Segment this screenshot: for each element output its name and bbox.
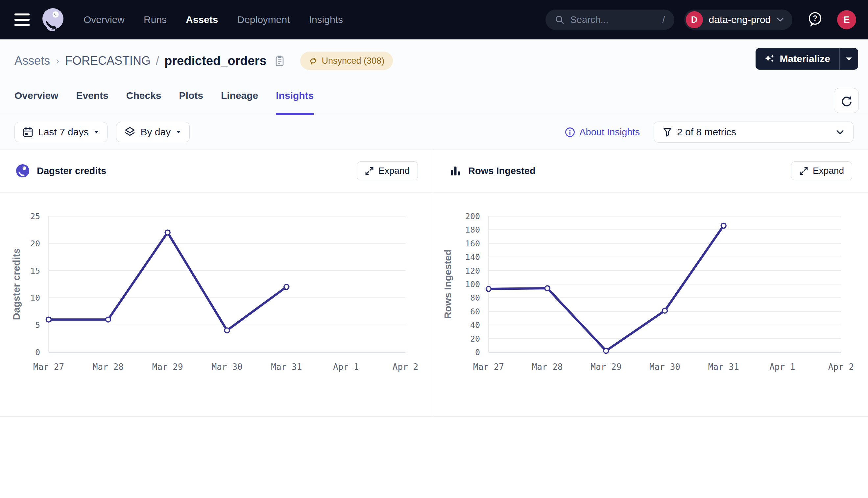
dagster-credits-chart[interactable]: 0510152025Mar 27Mar 28Mar 29Mar 30Mar 31… (0, 193, 434, 416)
svg-text:25: 25 (30, 212, 40, 221)
search-placeholder: Search... (571, 14, 609, 25)
rows-ingested-panel: Rows Ingested Expand 0204060801001201401… (434, 149, 868, 416)
svg-text:Mar 31: Mar 31 (708, 362, 739, 372)
nav-item-deployment[interactable]: Deployment (237, 14, 290, 25)
tab-checks[interactable]: Checks (126, 90, 162, 115)
granularity-value: By day (140, 127, 171, 137)
funnel-icon (663, 128, 672, 137)
svg-text:80: 80 (470, 293, 480, 303)
tab-insights[interactable]: Insights (276, 90, 314, 115)
deployment-avatar: D (686, 11, 703, 28)
svg-text:100: 100 (465, 279, 480, 289)
svg-text:5: 5 (35, 320, 40, 330)
tab-overview[interactable]: Overview (14, 90, 58, 115)
time-range-dropdown[interactable]: Last 7 days (14, 122, 107, 142)
svg-text:Mar 29: Mar 29 (590, 362, 622, 372)
asset-tabs: Overview Events Checks Plots Lineage Ins… (0, 82, 868, 115)
expand-button[interactable]: Expand (791, 161, 852, 180)
breadcrumb-assets-link[interactable]: Assets (14, 54, 50, 68)
dagster-insights-page: Overview Runs Assets Deployment Insights… (0, 0, 868, 498)
deployment-switcher[interactable]: D data-eng-prod (684, 10, 792, 30)
materialize-label: Materialize (780, 53, 830, 64)
materialize-button[interactable]: Materialize (755, 48, 839, 70)
granularity-dropdown[interactable]: By day (116, 122, 190, 142)
nav-item-assets[interactable]: Assets (186, 14, 218, 25)
svg-text:Mar 28: Mar 28 (532, 362, 563, 372)
metrics-select-value: 2 of 8 metrics (677, 127, 736, 137)
layers-icon (124, 127, 136, 137)
sparkles-icon (764, 54, 775, 64)
nav-item-overview[interactable]: Overview (84, 14, 125, 25)
svg-text:Mar 27: Mar 27 (473, 362, 504, 372)
unsynced-badge-label: Unsynced (308) (322, 56, 385, 66)
materialize-split-button: Materialize (755, 48, 858, 70)
tab-lineage[interactable]: Lineage (221, 90, 258, 115)
chevron-down-icon (777, 17, 784, 22)
svg-text:180: 180 (465, 225, 480, 235)
insights-charts-grid: Dagster credits Expand 0510152025Mar 27M… (0, 149, 868, 417)
about-insights-link[interactable]: About Insights (565, 127, 640, 137)
tab-events[interactable]: Events (76, 90, 108, 115)
svg-text:120: 120 (465, 266, 480, 276)
clipboard-icon[interactable] (274, 55, 285, 67)
svg-text:0: 0 (475, 348, 480, 357)
svg-text:Mar 31: Mar 31 (271, 362, 302, 372)
svg-text:Mar 30: Mar 30 (212, 362, 243, 372)
user-avatar[interactable]: E (837, 10, 856, 29)
svg-text:Apr 1: Apr 1 (333, 362, 359, 372)
dagster-icon (16, 164, 29, 178)
search-input[interactable]: Search... / (546, 10, 674, 30)
about-insights-label: About Insights (579, 127, 640, 137)
search-icon (555, 15, 564, 25)
caret-down-icon (176, 130, 181, 134)
svg-text:?: ? (813, 14, 817, 23)
svg-text:Mar 28: Mar 28 (93, 362, 124, 372)
dagster-credits-panel: Dagster credits Expand 0510152025Mar 27M… (0, 149, 434, 416)
refresh-button[interactable] (834, 88, 859, 113)
asset-name: predicted_orders (164, 54, 266, 68)
expand-label: Expand (379, 166, 410, 176)
svg-text:160: 160 (465, 239, 480, 248)
calendar-icon (23, 127, 33, 137)
svg-text:40: 40 (470, 320, 480, 330)
svg-text:Mar 30: Mar 30 (649, 362, 680, 372)
svg-text:140: 140 (465, 252, 480, 262)
chart-title: Rows Ingested (468, 166, 536, 176)
sync-icon (309, 56, 318, 65)
svg-text:Apr 2: Apr 2 (393, 362, 418, 372)
materialize-options-button[interactable] (840, 48, 858, 70)
metrics-select[interactable]: 2 of 8 metrics (654, 121, 854, 143)
breadcrumb: Assets › FORECASTING / predicted_orders (0, 39, 868, 82)
breadcrumb-group-link[interactable]: FORECASTING (65, 54, 151, 68)
svg-text:Apr 2: Apr 2 (828, 362, 854, 372)
unsynced-badge[interactable]: Unsynced (308) (300, 52, 393, 70)
nav-item-runs[interactable]: Runs (144, 14, 167, 25)
rows-ingested-chart[interactable]: 020406080100120140160180200Mar 27Mar 28M… (434, 193, 868, 416)
info-icon (565, 127, 575, 137)
menu-icon[interactable] (14, 13, 31, 26)
tab-plots[interactable]: Plots (179, 90, 203, 115)
breadcrumb-chevron: › (56, 55, 59, 66)
bar-chart-icon (450, 165, 461, 176)
top-nav-bar: Overview Runs Assets Deployment Insights… (0, 0, 868, 39)
breadcrumb-slash: / (156, 54, 159, 68)
dagster-credits-header: Dagster credits Expand (0, 149, 434, 193)
svg-text:15: 15 (30, 266, 40, 276)
svg-text:Mar 29: Mar 29 (152, 362, 183, 372)
dagster-logo-icon[interactable] (41, 8, 65, 32)
search-shortcut-hint: / (662, 14, 665, 25)
time-range-value: Last 7 days (38, 127, 88, 137)
caret-down-icon (93, 130, 99, 134)
svg-text:20: 20 (30, 239, 40, 248)
svg-text:Dagster credits: Dagster credits (11, 248, 22, 320)
svg-text:10: 10 (30, 293, 40, 303)
expand-icon (799, 167, 808, 175)
insights-filter-row: Last 7 days By day About Insights (0, 115, 868, 149)
chevron-down-icon (836, 130, 844, 135)
help-icon[interactable]: ? (807, 11, 823, 28)
expand-button[interactable]: Expand (357, 161, 418, 180)
asset-header-band: Assets › FORECASTING / predicted_orders (0, 39, 868, 115)
chart-title: Dagster credits (37, 166, 106, 176)
nav-item-insights[interactable]: Insights (309, 14, 343, 25)
svg-text:200: 200 (465, 212, 480, 221)
